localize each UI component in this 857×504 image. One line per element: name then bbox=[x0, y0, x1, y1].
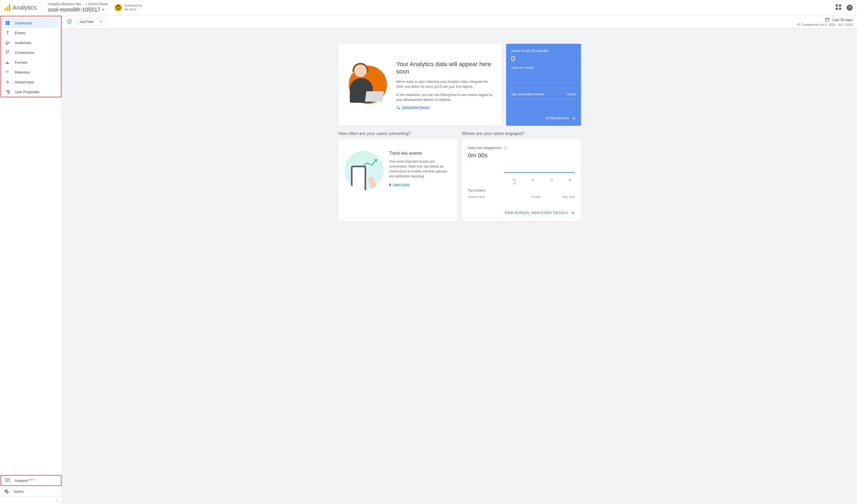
svg-point-4 bbox=[7, 31, 9, 32]
sidebar-item-label: Events bbox=[15, 31, 26, 35]
top-screens-header: Screen class % total Avg. time bbox=[468, 195, 575, 200]
arrow-right-icon bbox=[571, 116, 576, 121]
svg-rect-2 bbox=[6, 23, 7, 25]
enhancement-badge: 🧔 Enhanced by Da Vinci! bbox=[115, 4, 142, 12]
svg-rect-11 bbox=[6, 72, 7, 73]
shield-check-icon[interactable] bbox=[67, 19, 72, 24]
sidebar-item-label: User Properties bbox=[15, 90, 39, 94]
nav-group-main: Dashboard Events Audiences Conversions F… bbox=[1, 16, 62, 97]
add-filter-button[interactable]: Add Filter + bbox=[75, 18, 106, 26]
retention-icon bbox=[5, 70, 11, 74]
sidebar-item-conversions[interactable]: Conversions bbox=[1, 48, 61, 57]
svg-rect-0 bbox=[6, 21, 7, 23]
realtime-count: 0 bbox=[511, 54, 576, 63]
svg-rect-6 bbox=[6, 63, 6, 64]
sidebar-item-user-properties[interactable]: User Properties bbox=[1, 87, 61, 97]
col-screen-class: Screen class bbox=[468, 195, 531, 198]
debugview-link-label: DebugView Report bbox=[402, 105, 430, 109]
app-header: Analytics Analytics Boosters Net… › Enri… bbox=[0, 0, 857, 15]
sidebar-item-label: AnalysisBETA bbox=[15, 478, 35, 483]
gear-icon bbox=[4, 489, 9, 494]
breadcrumb-property: cool-monolith-105517 bbox=[48, 6, 100, 13]
col-avg-time: Avg. time bbox=[553, 195, 575, 198]
sidebar-item-events[interactable]: Events bbox=[1, 28, 61, 38]
sidebar-item-analysis[interactable]: AnalysisBETA bbox=[1, 475, 61, 485]
chevron-right-icon: › bbox=[86, 2, 87, 6]
sidebar-item-label: Admin bbox=[14, 489, 24, 493]
pulse-icon bbox=[5, 80, 11, 84]
engagement-sparkline bbox=[468, 168, 575, 178]
analytics-logo-icon bbox=[4, 4, 11, 11]
property-picker[interactable]: Analytics Boosters Net… › Enrico Pavan c… bbox=[43, 2, 108, 13]
calendar-icon bbox=[825, 17, 830, 22]
realtime-card: Users in last 30 minutes 0 Users per min… bbox=[506, 44, 581, 126]
debugview-link[interactable]: 🔍 DebugView Report bbox=[396, 105, 494, 109]
flag-icon bbox=[5, 50, 11, 55]
welcome-title: Your Analytics data will appear here soo… bbox=[396, 61, 494, 75]
svg-rect-9 bbox=[6, 71, 7, 72]
section-convert-title: How often are your users converting? bbox=[338, 131, 457, 136]
chevron-left-icon: ‹ bbox=[56, 498, 58, 502]
svg-rect-14 bbox=[8, 92, 10, 94]
streamview-link[interactable]: STREAMVIEW bbox=[511, 116, 576, 121]
welcome-card: Your Analytics data will appear here soo… bbox=[338, 44, 502, 126]
view-screen-view-details-link[interactable]: VIEW SCREEN_VIEW EVENT DETAILS bbox=[468, 211, 575, 215]
plus-icon: + bbox=[100, 20, 102, 24]
toolbar: Add Filter + Last 28 days ⇄ Compared to … bbox=[62, 15, 857, 29]
davinci-line2: Da Vinci! bbox=[124, 8, 142, 11]
funnels-icon bbox=[5, 60, 11, 65]
welcome-p1: We're ready to start collecting your Ana… bbox=[396, 79, 494, 89]
engage-title: Daily user engagement bbox=[468, 146, 502, 150]
svg-point-15 bbox=[8, 90, 10, 91]
apps-icon[interactable] bbox=[836, 4, 842, 11]
view-details-label: VIEW SCREEN_VIEW EVENT DETAILS bbox=[504, 211, 568, 215]
sidebar-collapse-button[interactable]: ‹ bbox=[0, 496, 62, 504]
welcome-p2: In the meantime, you can use DebugView t… bbox=[396, 93, 494, 102]
realtime-events-label: Top conversion events bbox=[511, 93, 543, 96]
svg-rect-3 bbox=[8, 23, 10, 25]
svg-rect-7 bbox=[7, 62, 8, 64]
analysis-icon bbox=[5, 478, 11, 483]
logo[interactable]: Analytics bbox=[4, 2, 43, 13]
sidebar-item-label: Conversions bbox=[15, 51, 34, 55]
sidebar-item-label: Audiences bbox=[15, 41, 31, 45]
compare-icon: ⇄ bbox=[797, 23, 800, 26]
help-icon[interactable]: ? bbox=[846, 5, 853, 11]
sidebar-item-admin[interactable]: Admin bbox=[0, 487, 62, 496]
audiences-icon bbox=[5, 40, 11, 45]
realtime-title: Users in last 30 minutes bbox=[511, 49, 576, 53]
learn-more-link[interactable]: ▮ Learn more bbox=[389, 183, 452, 186]
dashboard-icon bbox=[5, 20, 11, 26]
sidebar-item-funnels[interactable]: Funnels bbox=[1, 57, 61, 67]
sidebar-item-retention[interactable]: Retention bbox=[1, 67, 61, 77]
top-screens-label: Top screens bbox=[468, 189, 575, 192]
sidebar-item-label: Dashboard bbox=[15, 21, 32, 25]
sidebar-item-dashboard[interactable]: Dashboard bbox=[1, 18, 59, 28]
breadcrumb-account: Analytics Boosters Net… bbox=[48, 2, 84, 6]
section-engage-title: Where are your users engaged? bbox=[462, 131, 581, 136]
arrow-right-icon bbox=[570, 211, 575, 215]
sidebar-item-label: Funnels bbox=[15, 61, 27, 65]
breadcrumb: Analytics Boosters Net… › Enrico Pavan bbox=[48, 2, 108, 6]
app-title: Analytics bbox=[13, 4, 37, 11]
track-events-card: Track key events Your most important eve… bbox=[338, 139, 457, 221]
svg-point-13 bbox=[6, 90, 7, 92]
svg-rect-12 bbox=[7, 72, 9, 73]
engagement-card: Daily user engagement ⓘ 0m 00s - 07Jul 1… bbox=[462, 139, 581, 221]
svg-rect-8 bbox=[8, 63, 9, 64]
track-body: Your most important events are conversio… bbox=[389, 159, 452, 179]
engage-dash: - bbox=[468, 159, 575, 163]
date-range-label: Last 28 days bbox=[833, 18, 853, 22]
learn-more-label: Learn more bbox=[393, 183, 409, 186]
add-filter-label: Add Filter bbox=[80, 20, 94, 24]
date-range-picker[interactable]: Last 28 days bbox=[825, 17, 853, 22]
events-icon bbox=[5, 30, 11, 35]
realtime-count-label: Count bbox=[567, 93, 576, 96]
svg-rect-1 bbox=[8, 21, 10, 23]
x-axis-ticks: 07Jul 14 21 28 bbox=[468, 179, 575, 185]
sidebar-item-streamview[interactable]: StreamView bbox=[1, 77, 61, 87]
info-icon[interactable]: ⓘ bbox=[504, 146, 507, 150]
col-percent-total: % total bbox=[531, 195, 553, 198]
chevron-down-icon bbox=[102, 9, 105, 11]
sidebar-item-audiences[interactable]: Audiences bbox=[1, 38, 61, 48]
